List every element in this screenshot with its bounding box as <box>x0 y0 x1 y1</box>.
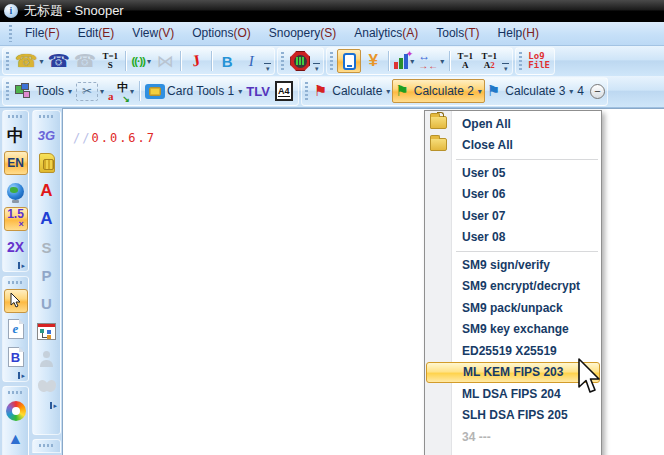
tablet-button[interactable] <box>337 49 361 73</box>
chevron-down-icon[interactable]: ▾ <box>39 57 43 66</box>
chevron-down-icon[interactable]: ▾ <box>147 57 151 66</box>
chevron-down-icon[interactable]: ▾ <box>386 87 390 96</box>
a4-button[interactable]: A4 <box>272 79 296 103</box>
translate-button[interactable]: 中 a ↘ ▾ <box>106 79 136 103</box>
translate-icon: 中 a ↘ <box>108 82 128 100</box>
toolbar-overflow-button[interactable]: ▾ <box>263 63 272 74</box>
letter-a-blue-button[interactable]: A <box>35 207 59 231</box>
pointer-button[interactable] <box>4 289 28 313</box>
scale-2x-button[interactable]: 2X <box>4 235 28 259</box>
3g-button[interactable]: 3G <box>35 123 59 147</box>
snip-button[interactable]: ✂ ▾ <box>74 79 106 103</box>
bold-button[interactable]: B <box>215 49 239 73</box>
group-expander-icon[interactable]: ▸ <box>18 372 25 379</box>
chevron-down-icon[interactable]: ▾ <box>478 87 482 96</box>
toolbar-grip <box>39 115 55 118</box>
phone-blue-button[interactable]: ☎ <box>45 49 71 73</box>
t1-s-button[interactable]: T=1S <box>98 49 122 73</box>
chevron-down-icon[interactable]: ▾ <box>238 87 242 96</box>
menu-item-sm9-key-exchange[interactable]: SM9 key exchange <box>425 319 601 341</box>
menu-item-ed25519-x25519[interactable]: ED25519 X25519 <box>425 340 601 362</box>
sim-card-icon <box>39 153 55 173</box>
arrows-button[interactable]: ↔ →← ▾ <box>416 49 446 73</box>
menu-item-sm9-encrypt-decrypt[interactable]: SM9 encrypt/decrypt <box>425 276 601 298</box>
letter-s-button: S <box>35 235 59 259</box>
hook-button[interactable]: J <box>184 49 208 73</box>
toolbar-grip <box>6 52 9 70</box>
chevron-down-icon[interactable]: ▾ <box>440 57 444 66</box>
log-file-button[interactable]: Lo9FilE <box>526 49 552 73</box>
t1-s-icon: T=1S <box>102 52 118 70</box>
english-button[interactable]: EN <box>4 151 28 175</box>
toolbar-grip <box>330 52 333 70</box>
toolbar-overflow-button[interactable]: ▾ <box>501 63 510 74</box>
browser-doc-button[interactable]: e <box>4 317 28 341</box>
sim-card-button[interactable] <box>35 151 59 175</box>
menu-item-close-all[interactable]: Close All <box>425 135 601 157</box>
chevron-down-icon[interactable]: ▾ <box>569 87 573 96</box>
group-expander-icon[interactable]: ▸ <box>50 402 57 409</box>
menu-item-user-07[interactable]: User 07 <box>425 205 601 227</box>
italic-button[interactable]: I <box>239 49 263 73</box>
chart-button[interactable]: ✦ ▾ <box>392 49 416 73</box>
toolbar-overflow-button[interactable]: ▾ <box>312 63 321 74</box>
chevron-down-icon[interactable]: ▾ <box>100 87 104 96</box>
card-tools-button[interactable]: Card Tools 1 ▾ <box>143 79 244 103</box>
letter-a-red-icon: A <box>40 181 52 201</box>
menu-view[interactable]: View(V) <box>123 22 183 45</box>
scale-15x-button[interactable]: 1.5× <box>4 207 28 231</box>
collapse-button[interactable]: − <box>590 84 605 99</box>
menu-edit[interactable]: Edit(E) <box>69 22 124 45</box>
menu-item-user-08[interactable]: User 08 <box>425 227 601 249</box>
menu-item-sm9-pack-unpack[interactable]: SM9 pack/unpack <box>425 297 601 319</box>
group-expander-icon[interactable]: ▸ <box>18 262 25 269</box>
pinwheel-icon <box>6 401 26 421</box>
phone-yellow-button[interactable]: ☎ ▾ <box>13 49 45 73</box>
calculate-3-button[interactable]: ⚑ Calculate 3 ▾ <box>485 79 576 103</box>
tools-button[interactable]: Tools ▾ <box>13 79 74 103</box>
calculate-1-button[interactable]: ⚑ Calculate ▾ <box>312 79 393 103</box>
blue-flag-icon: ⚑ <box>487 82 500 100</box>
barcode-stop-button[interactable] <box>288 49 312 73</box>
blue-shape-button[interactable]: ▲ <box>4 427 28 451</box>
tablet-icon <box>343 53 356 70</box>
menu-item-open-all[interactable]: Open All <box>425 113 601 135</box>
menu-item-ml-kem-fips-203[interactable]: ML KEM FIPS 203 <box>426 362 600 384</box>
chevron-down-icon[interactable]: ▾ <box>130 87 134 96</box>
letter-s-icon: S <box>41 239 51 256</box>
snooper-window: i 无标题 - Snooper File(F) Edit(E) View(V) … <box>0 0 664 455</box>
card-tools-label: Card Tools 1 <box>167 84 234 98</box>
yen-button[interactable]: ¥ <box>361 49 385 73</box>
globe-button[interactable] <box>4 179 28 203</box>
tlv-button[interactable]: TLV <box>244 79 272 103</box>
letter-a-red-button[interactable]: A <box>35 179 59 203</box>
menu-item-slh-dsa-fips-205[interactable]: SLH DSA FIPS 205 <box>425 405 601 427</box>
b-doc-button[interactable]: B <box>4 345 28 369</box>
separator <box>449 51 450 71</box>
menu-item-sm9-sign-verify[interactable]: SM9 sign/verify <box>425 254 601 276</box>
menu-file[interactable]: File(F) <box>16 22 69 45</box>
t1-a-button[interactable]: T=1A <box>453 49 477 73</box>
chevron-down-icon[interactable]: ▾ <box>68 87 72 96</box>
menu-tools[interactable]: Tools(T) <box>427 22 488 45</box>
toolbar-row-1: ☎ ▾ ☎ ☎ T=1S ((·)) ▾ ⋈ <box>0 46 664 76</box>
menu-item-user-05[interactable]: User 05 <box>425 162 601 184</box>
globe-icon <box>7 183 24 200</box>
menu-snoopery[interactable]: Snoopery(S) <box>260 22 345 45</box>
menu-item-user-06[interactable]: User 06 <box>425 184 601 206</box>
scale-15x-icon: 1.5× <box>7 209 24 229</box>
menu-help[interactable]: Help(H) <box>489 22 548 45</box>
tree-view-button[interactable] <box>35 319 59 343</box>
menu-analytics[interactable]: Analytics(A) <box>345 22 427 45</box>
browser-doc-icon: e <box>8 319 24 339</box>
t1-a2-button[interactable]: T=1 A2 <box>477 49 501 73</box>
chinese-button[interactable]: 中 <box>4 123 28 147</box>
menu-options[interactable]: Options(O) <box>183 22 260 45</box>
radio-waves-button[interactable]: ((·)) ▾ <box>129 49 153 73</box>
separator <box>139 81 140 101</box>
calculate-2-button[interactable]: ⚑ Calculate 2 ▾ <box>392 79 485 103</box>
pinwheel-button[interactable] <box>4 399 28 423</box>
menu-item-ml-dsa-fips-204[interactable]: ML DSA FIPS 204 <box>425 383 601 405</box>
user-key-button <box>35 347 59 371</box>
butterfly-button <box>35 375 59 399</box>
